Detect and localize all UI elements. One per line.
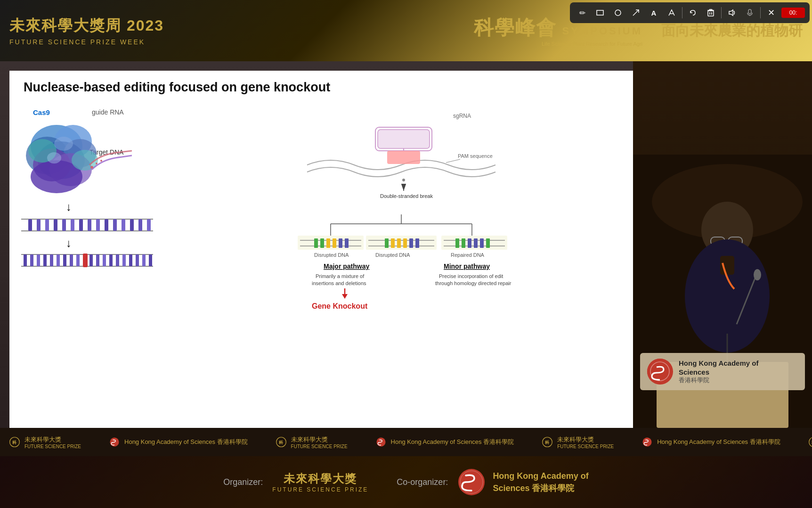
svg-rect-8 <box>709 9 712 10</box>
svg-rect-89 <box>345 238 349 248</box>
svg-rect-58 <box>103 254 106 266</box>
svg-text:Primarily a mixture of: Primarily a mixture of <box>316 273 365 279</box>
slide-content: Nuclease-based editing focused on gene k… <box>9 71 633 428</box>
svg-marker-118 <box>342 294 348 299</box>
hkas-text-overlay: Hong Kong Academy of Sciences 香港科學院 <box>679 359 758 385</box>
rectangle-button[interactable] <box>593 5 608 20</box>
svg-rect-62 <box>129 254 132 266</box>
toolbar: ✏ A ✕ 00: <box>570 2 810 23</box>
volume-button[interactable] <box>724 5 739 20</box>
ticker-item-2: Hong Kong Academy of Sciences 香港科學院 <box>109 437 248 447</box>
svg-rect-57 <box>96 254 99 266</box>
symposium-right: 面向未來農業的植物研 <box>661 21 803 41</box>
svg-rect-52 <box>63 254 66 266</box>
delete-button[interactable] <box>703 5 718 20</box>
svg-rect-35 <box>79 219 83 231</box>
bottom-bar: Organizer: 未來科學大獎 FUTURE SCIENCE PRIZE C… <box>0 456 812 508</box>
svg-rect-32 <box>54 219 57 231</box>
ticker-chinese-2: 未來科學大獎 <box>291 435 348 444</box>
organizer-english: FUTURE SCIENCE PRIZE <box>272 486 368 493</box>
svg-rect-47 <box>30 254 33 266</box>
coorganizer-section: Co-organizer: Hong Kong Academy of Scien… <box>397 468 588 496</box>
fsp-icon-2: 科 <box>276 437 286 447</box>
fsp-icon-4: 科 <box>809 437 812 447</box>
guide-rna-label: guide RNA <box>92 108 124 116</box>
text-button[interactable]: A <box>646 5 661 20</box>
svg-text:Disrupted DNA: Disrupted DNA <box>375 252 410 258</box>
protein-svg <box>19 118 132 198</box>
svg-rect-65 <box>149 254 152 266</box>
dna-svg-1 <box>19 214 155 236</box>
ticker-english-2: FUTURE SCIENCE PRIZE <box>291 444 348 449</box>
svg-point-22 <box>54 137 73 151</box>
svg-rect-105 <box>474 238 478 248</box>
svg-rect-55 <box>83 254 88 267</box>
svg-rect-64 <box>142 254 146 266</box>
mic-button[interactable] <box>742 5 757 20</box>
ticker-banner: 科 未來科學大獎 FUTURE SCIENCE PRIZE Hong Kong … <box>0 428 812 456</box>
crispr-diagram: sgRNA <box>179 108 624 207</box>
svg-point-25 <box>96 163 97 164</box>
svg-rect-59 <box>109 254 113 266</box>
dna-strand-2 <box>19 250 155 273</box>
svg-rect-29 <box>28 219 32 231</box>
close-button[interactable]: ✕ <box>763 5 779 20</box>
arrow-button[interactable] <box>628 5 643 20</box>
speaker-video: Hong Kong Academy of Sciences 香港科學院 <box>633 61 812 428</box>
svg-rect-51 <box>57 254 60 266</box>
svg-point-131 <box>754 269 761 280</box>
svg-rect-42 <box>138 219 142 231</box>
hkas-icon-4 <box>642 437 652 447</box>
svg-text:through homology directed repa: through homology directed repair <box>435 280 512 286</box>
video-slide-area: Nuclease-based editing focused on gene k… <box>0 61 812 428</box>
svg-rect-97 <box>409 238 413 248</box>
svg-rect-104 <box>468 238 471 248</box>
logo-chinese: 未來科學大獎周 2023 <box>9 16 164 36</box>
ticker-english-3: FUTURE SCIENCE PRIZE <box>557 444 614 449</box>
svg-rect-102 <box>455 238 459 248</box>
svg-point-75 <box>402 179 405 181</box>
hkas-name-2: Sciences <box>679 368 758 376</box>
hkas-name-1: Hong Kong Academy of <box>679 359 758 368</box>
svg-rect-50 <box>50 254 53 266</box>
hkas-icon-2 <box>109 437 120 447</box>
symposium-subtitle: Life Science: Plant Research for Future … <box>474 41 642 47</box>
hkas-logo-icon <box>647 359 673 385</box>
organizer-chinese: 未來科學大獎 <box>284 471 357 486</box>
dna-strand-1 <box>19 214 155 238</box>
svg-marker-9 <box>729 10 733 16</box>
svg-rect-40 <box>122 219 125 231</box>
svg-rect-48 <box>37 254 40 266</box>
pathway-branches: Disrupted DNA Disrupted DNA Repaired DNA… <box>179 212 624 346</box>
undo-button[interactable] <box>685 5 700 20</box>
highlight-button[interactable] <box>664 5 679 20</box>
ticker-item-6: Hong Kong Academy of Sciences 香港科學院 <box>642 437 780 447</box>
pencil-button[interactable]: ✏ <box>575 5 590 20</box>
svg-rect-41 <box>130 219 134 231</box>
svg-rect-34 <box>71 219 74 231</box>
slide-panel: Nuclease-based editing focused on gene k… <box>0 61 633 428</box>
svg-rect-37 <box>96 219 100 231</box>
coorganizer-text: Hong Kong Academy of Sciences 香港科學院 <box>493 470 588 493</box>
svg-rect-31 <box>45 219 49 231</box>
svg-rect-103 <box>462 238 465 248</box>
pathway-svg: Disrupted DNA Disrupted DNA Repaired DNA… <box>179 212 624 344</box>
organizer-section: Organizer: 未來科學大獎 FUTURE SCIENCE PRIZE <box>223 471 368 493</box>
left-panel: Cas9 guide RNA Target DNA <box>19 108 170 418</box>
svg-rect-56 <box>89 254 93 266</box>
ticker-item-7: 科 未來科學大獎 FUTURE SCIENCE PRIZE <box>809 435 812 449</box>
svg-rect-30 <box>37 219 41 231</box>
svg-rect-38 <box>105 219 108 231</box>
svg-point-24 <box>90 166 93 169</box>
crispr-svg: sgRNA <box>179 108 624 203</box>
circle-button[interactable] <box>610 5 625 20</box>
slide-frame: Nuclease-based editing focused on gene k… <box>9 71 633 428</box>
timer-display: 00: <box>781 8 805 18</box>
svg-rect-46 <box>24 254 27 266</box>
fsp-icon-3: 科 <box>542 437 552 447</box>
cas9-label: Cas9 <box>33 108 50 116</box>
svg-rect-87 <box>333 238 336 248</box>
hkas-logo-overlay: Hong Kong Academy of Sciences 香港科學院 <box>640 353 805 390</box>
svg-rect-96 <box>403 238 407 248</box>
svg-rect-93 <box>385 238 389 248</box>
